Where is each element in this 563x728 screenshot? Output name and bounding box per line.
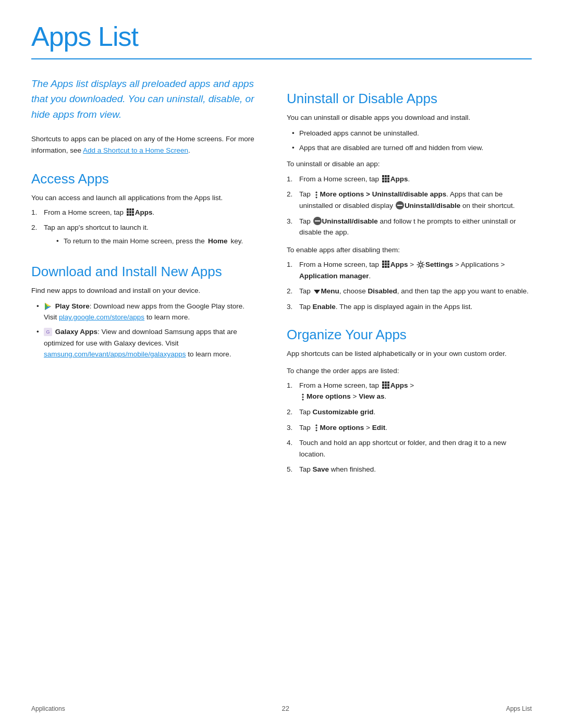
svg-rect-28 [382,263,384,265]
svg-rect-40 [387,384,389,386]
galaxy-apps-item: G Galaxy Apps: View and download Samsung… [36,326,255,360]
organize-apps-heading: Organize Your Apps [287,327,532,343]
uninstall-apps-body: You can uninstall or disable apps you do… [287,112,532,124]
home-screen-link[interactable]: Add a Shortcut to a Home Screen [83,146,188,154]
galaxy-apps-link[interactable]: samsung.com/levant/apps/mobile/galaxyapp… [44,350,186,358]
organize-steps-intro: To change the order apps are listed: [287,365,532,377]
triangle-down-icon [314,290,320,294]
apps-grid-icon-2 [382,175,390,183]
svg-rect-17 [385,178,387,180]
uninstall-bullet-1: Preloaded apps cannot be uninstalled. [292,128,532,139]
svg-rect-7 [129,214,131,216]
uninstall-bullets: Preloaded apps cannot be uninstalled. Ap… [287,128,532,153]
svg-rect-37 [387,381,389,384]
footer: Applications 22 Apps List [0,705,563,712]
apps-grid-icon-4 [382,381,390,389]
uninstall-apps-heading: Uninstall or Disable Apps [287,91,532,107]
uninstall-steps: 1. From a Home screen, tap Apps. 2. Tap … [287,174,532,238]
svg-rect-18 [387,178,389,180]
access-apps-body: You can access and launch all applicatio… [31,192,255,204]
uninstall-steps-intro: To uninstall or disable an app: [287,158,532,170]
title-divider [31,58,532,59]
svg-rect-6 [127,214,129,216]
uninstall-step-1: 1. From a Home screen, tap Apps. [287,174,532,185]
enable-step-1: 1. From a Home screen, tap Apps > Settin… [287,259,532,281]
minus-circle-icon-1 [396,201,404,209]
svg-rect-16 [382,178,384,180]
access-step-2: 2. Tap an app's shortcut to launch it. T… [31,222,255,249]
organize-step-3: 3. Tap More options > Edit. [287,422,532,434]
svg-point-46 [302,399,303,400]
svg-rect-5 [132,211,134,213]
svg-rect-2 [132,208,134,211]
play-store-icon [44,302,55,310]
organize-steps: 1. From a Home screen, tap Apps > More o… [287,380,532,475]
access-step-1: 1. From a Home screen, tap Apps. [31,207,255,218]
apps-grid-icon-1 [126,208,134,216]
svg-rect-20 [385,180,387,182]
svg-rect-36 [385,381,387,384]
organize-step-5: 5. Tap Save when finished. [287,464,532,475]
svg-rect-39 [385,384,387,386]
svg-rect-30 [387,263,389,265]
svg-rect-32 [385,266,387,268]
enable-step-3: 3. Tap Enable. The app is displayed agai… [287,301,532,313]
right-column: Uninstall or Disable Apps You can uninst… [287,76,532,479]
galaxy-apps-icon: G [44,328,52,336]
svg-point-34 [419,263,422,266]
play-store-item: Play Store: Download new apps from the G… [36,301,255,323]
svg-rect-41 [382,387,384,389]
access-apps-steps: 1. From a Home screen, tap Apps. 2. Tap … [31,207,255,249]
svg-point-48 [315,427,317,428]
organize-step-4: 4. Touch and hold an app shortcut or fol… [287,437,532,460]
intro-subtitle: Shortcuts to apps can be placed on any o… [31,133,255,156]
menu-dots-icon-1 [313,191,320,199]
svg-rect-15 [387,175,389,177]
svg-rect-38 [382,384,384,386]
access-sub-bullets: To return to the main Home screen, press… [44,236,255,247]
enable-steps-intro: To enable apps after disabling them: [287,244,532,256]
svg-point-24 [315,196,317,198]
footer-page-number: 22 [282,705,289,712]
svg-rect-3 [127,211,129,213]
svg-point-23 [315,194,317,195]
menu-dots-icon-2 [300,393,306,401]
svg-rect-29 [385,263,387,265]
svg-rect-27 [387,261,389,263]
svg-rect-14 [385,175,387,177]
organize-step-2: 2. Tap Customizable grid. [287,406,532,418]
download-apps-body: Find new apps to download and install on… [31,285,255,297]
menu-dots-icon-3 [313,424,320,432]
settings-gear-icon [417,261,425,269]
svg-rect-33 [387,266,389,268]
play-store-link[interactable]: play.google.com/store/apps [59,313,144,321]
svg-point-22 [315,191,317,193]
svg-rect-8 [132,214,134,216]
svg-rect-19 [382,180,384,182]
organize-step-1: 1. From a Home screen, tap Apps > More o… [287,380,532,402]
svg-rect-13 [382,175,384,177]
download-apps-list: Play Store: Download new apps from the G… [31,301,255,360]
footer-right: Apps List [506,705,532,712]
svg-point-44 [302,393,303,395]
svg-point-49 [315,429,317,431]
uninstall-step-2: 2. Tap More options > Uninstall/disable … [287,189,532,211]
intro-italic: The Apps list displays all preloaded app… [31,76,255,122]
svg-rect-43 [387,387,389,389]
svg-rect-21 [387,180,389,182]
svg-rect-1 [129,208,131,211]
uninstall-bullet-2: Apps that are disabled are turned off an… [292,142,532,154]
svg-rect-35 [382,381,384,384]
svg-rect-42 [385,387,387,389]
svg-rect-4 [129,211,131,213]
footer-left: Applications [31,705,65,712]
svg-rect-0 [127,208,129,211]
svg-point-45 [302,396,303,398]
left-column: The Apps list displays all preloaded app… [31,76,255,479]
apps-grid-icon-3 [382,260,390,268]
svg-rect-26 [385,261,387,263]
page-title: Apps List [31,21,532,52]
organize-apps-body: App shortcuts can be listed alphabetical… [287,348,532,360]
enable-steps: 1. From a Home screen, tap Apps > Settin… [287,259,532,312]
minus-circle-icon-2 [313,217,322,225]
